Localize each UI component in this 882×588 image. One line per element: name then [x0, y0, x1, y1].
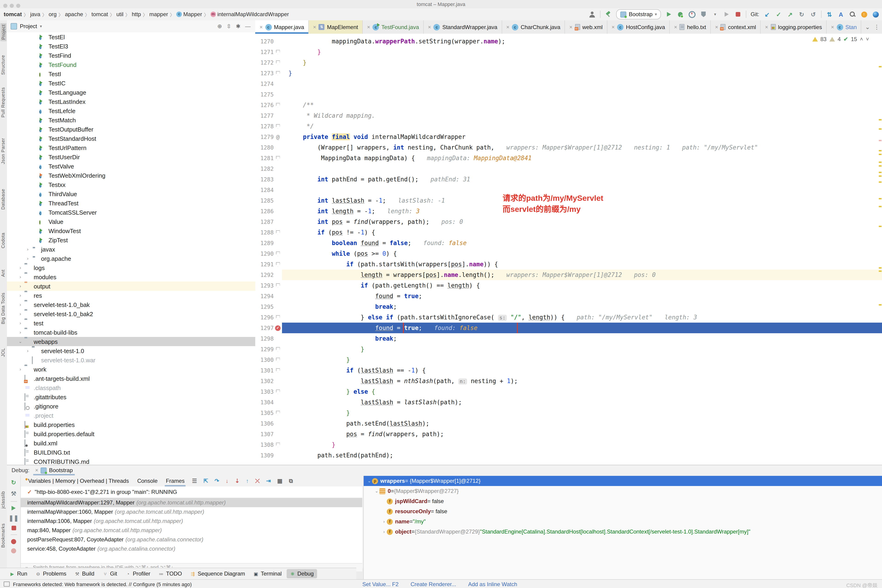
tool-window-button-git[interactable]: ⑂Git	[99, 569, 120, 578]
line-number[interactable]: 1293	[255, 282, 274, 289]
tree-item-testxx[interactable]: cTestxx	[7, 180, 255, 189]
show-execution-point-icon[interactable]: ⇱	[204, 478, 208, 484]
tree-item-testwebxmlordering[interactable]: cTestWebXmlOrdering	[7, 171, 255, 180]
mute-breakpoints-icon[interactable]	[11, 548, 16, 554]
profiler-icon[interactable]	[688, 10, 696, 18]
expand-icon[interactable]: ›	[18, 266, 22, 270]
variable-row-name[interactable]: ›fname = "/my"	[364, 516, 882, 526]
run-config-selector[interactable]: Bootstrap▾	[616, 9, 661, 20]
tree-item--classpath[interactable]: .classpath	[7, 383, 255, 392]
close-tab-icon[interactable]: ✕	[831, 25, 834, 29]
git-update-icon[interactable]: ↙	[764, 10, 771, 18]
close-tab-icon[interactable]: ✕	[674, 25, 677, 29]
line-number[interactable]: 1309	[255, 452, 274, 459]
tool-window-button-sequence-diagram[interactable]: ⇶Sequence Diagram	[187, 569, 248, 578]
line-number[interactable]: 1279	[255, 134, 274, 140]
run-icon[interactable]	[665, 10, 673, 18]
breadcrumb-item[interactable]: minternalMapWildcardWrapper	[210, 11, 289, 18]
tool-window-button-bookmarks[interactable]: Bookmarks	[0, 524, 6, 548]
tab-testfound-java[interactable]: ✕cTestFound.java	[363, 20, 424, 34]
kebab-menu-icon[interactable]: ⋮	[874, 24, 880, 30]
tab-charchunk-java[interactable]: ✕cCharChunk.java	[502, 20, 565, 34]
tree-item-windowtest[interactable]: cWindowTest	[7, 226, 255, 236]
search-everywhere-icon[interactable]	[849, 10, 856, 18]
project-panel-header[interactable]: Project ▾ ⊕ ⇳ ✱ —	[7, 20, 255, 32]
line-number[interactable]: 1285	[255, 197, 274, 204]
stop-icon[interactable]	[735, 10, 742, 18]
fold-marker-icon[interactable]	[276, 283, 280, 288]
event-log-icon[interactable]	[4, 582, 10, 586]
breadcrumb-item[interactable]: tomcat	[92, 11, 108, 18]
stripe-mark[interactable]	[879, 66, 882, 68]
run-gray-icon[interactable]	[723, 10, 730, 18]
line-number[interactable]: 1278	[255, 123, 274, 129]
tool-window-button-debug[interactable]: ❋Debug	[287, 569, 317, 578]
chevron-down-icon[interactable]: ▾	[40, 24, 42, 28]
breadcrumb-item[interactable]: util	[116, 11, 123, 18]
line-number[interactable]: 1297	[255, 325, 274, 331]
tab-context-xml[interactable]: ✕context.xml	[711, 20, 760, 34]
expand-icon[interactable]: ›	[18, 274, 22, 279]
gear-icon[interactable]: ✱	[236, 23, 240, 30]
tree-item-testlanguage[interactable]: cTestLanguage	[7, 88, 255, 97]
line-number[interactable]: 1304	[255, 399, 274, 405]
line-number[interactable]: 1275	[255, 91, 274, 98]
tree-item-servelet-test-1-0-bak2[interactable]: ›servelet-test-1.0_bak2	[7, 309, 255, 318]
fold-marker-icon[interactable]	[276, 230, 280, 235]
locate-icon[interactable]: ⊕	[218, 23, 222, 30]
git-push-icon[interactable]: ↗	[786, 10, 794, 18]
stop-icon[interactable]	[11, 526, 16, 530]
debug-bug-icon[interactable]	[677, 10, 684, 18]
tool-window-button-run[interactable]: ▶Run	[6, 569, 30, 578]
line-number[interactable]: 1302	[255, 378, 274, 384]
stack-frame[interactable]: postParseRequest:807, CoyoteAdapter (org…	[21, 535, 362, 544]
error-stripe[interactable]	[878, 34, 882, 465]
stripe-mark[interactable]	[879, 162, 882, 163]
stack-frame[interactable]: map:840, Mapper (org.apache.tomcat.util.…	[21, 526, 362, 535]
fold-marker-icon[interactable]	[276, 357, 280, 362]
tree-item-building-txt[interactable]: BUILDING.txt	[7, 448, 255, 457]
expand-icon[interactable]: ›	[18, 367, 22, 372]
stripe-mark[interactable]	[879, 128, 882, 130]
stripe-mark[interactable]	[879, 182, 882, 183]
tab-variables-group[interactable]: Variables | Memory | Overhead | Threads	[24, 477, 130, 485]
tree-item--ant-targets-build-xml[interactable]: .ant-targets-build.xml	[7, 374, 255, 383]
step-into-icon[interactable]: ↓	[226, 478, 228, 484]
tree-item-work[interactable]: ›work	[7, 364, 255, 374]
line-number[interactable]: 1308	[255, 441, 274, 448]
expand-icon[interactable]: ›	[18, 293, 22, 298]
tree-item-testi[interactable]: ITestI	[7, 69, 255, 78]
tree-item-testic[interactable]: cTestIC	[7, 78, 255, 88]
close-tab-icon[interactable]: ✕	[313, 25, 316, 29]
tree-item-ziptest[interactable]: cZipTest	[7, 236, 255, 244]
expand-icon[interactable]: ›	[381, 519, 387, 524]
close-tab-icon[interactable]: ✕	[765, 25, 768, 29]
step-over-icon[interactable]: ↷	[214, 478, 219, 484]
line-number[interactable]: 1306	[255, 420, 274, 427]
line-number[interactable]: 1281	[255, 155, 274, 161]
tree-item-servelet-test-1-0[interactable]: ›servelet-test-1.0	[7, 346, 255, 356]
fold-marker-icon[interactable]	[276, 442, 280, 447]
fold-marker-icon[interactable]	[276, 347, 280, 351]
stripe-mark[interactable]	[879, 140, 882, 141]
stack-frame[interactable]: internalMap:1006, Mapper (org.apache.tom…	[21, 516, 362, 526]
sync-icon[interactable]: ⇅	[826, 10, 833, 18]
expand-icon[interactable]: ›	[18, 284, 22, 288]
tool-window-button-todo[interactable]: ≔TODO	[156, 569, 185, 578]
tree-item-javax[interactable]: ›javax	[7, 244, 255, 254]
close-tab-icon[interactable]: ✕	[428, 25, 431, 29]
variable-row-wrappers[interactable]: ⌄pwrappers = {Mapper$Wrapper[1]@2712}	[364, 476, 882, 486]
fold-marker-icon[interactable]	[276, 60, 280, 65]
tree-item-test[interactable]: ›test	[7, 318, 255, 328]
status-message[interactable]: Frameworks detected: Web framework is de…	[0, 581, 192, 587]
resume-icon[interactable]	[12, 506, 16, 510]
fold-marker-icon[interactable]	[276, 50, 280, 54]
fold-marker-icon[interactable]	[276, 156, 280, 160]
expand-icon[interactable]: ⌄	[374, 489, 380, 494]
hamburger-icon[interactable]: ☰	[192, 478, 197, 484]
line-number[interactable]: 1288	[255, 229, 274, 236]
line-number[interactable]: 1294	[255, 293, 274, 299]
line-number[interactable]: 1271	[255, 49, 274, 55]
breadcrumb-item[interactable]: apache	[65, 11, 83, 18]
line-number[interactable]: 1290	[255, 250, 274, 257]
